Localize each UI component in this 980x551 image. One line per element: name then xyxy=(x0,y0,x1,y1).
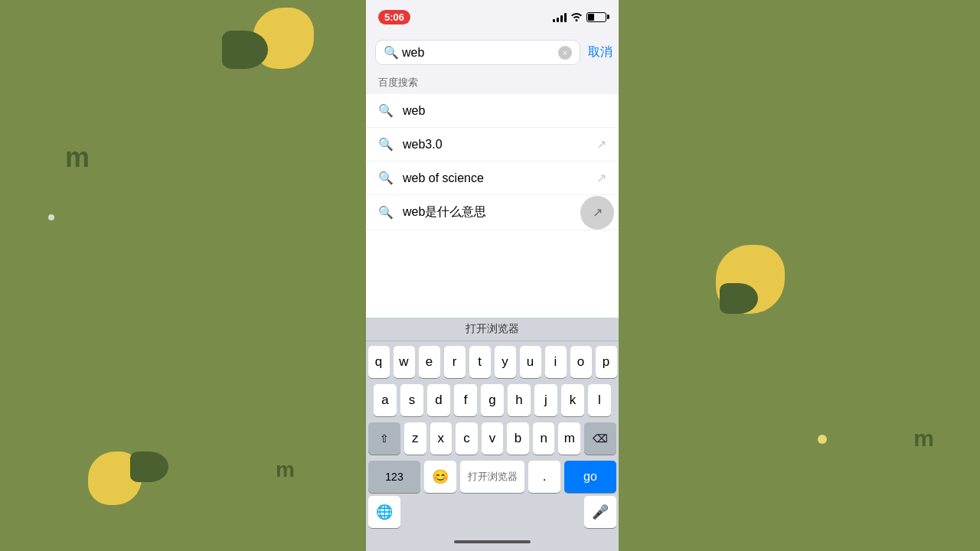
battery-fill xyxy=(588,14,594,21)
key-shift[interactable]: ⇧ xyxy=(368,422,400,455)
key-a[interactable]: a xyxy=(374,384,397,416)
key-space[interactable]: 打开浏览器 xyxy=(460,461,524,493)
suggestion-item-3[interactable]: 🔍 web of science ↗ xyxy=(366,161,619,195)
deco-dot3 xyxy=(818,435,827,444)
key-o[interactable]: o xyxy=(570,346,592,378)
suggestion-arrow-icon-3: ↗ xyxy=(596,171,606,185)
spacer xyxy=(404,496,580,528)
suggestion-item-4[interactable]: 🔍 web是什么意思 ↗ xyxy=(366,195,619,230)
deco-letter-m3: m xyxy=(276,458,295,482)
suggestion-search-icon-3: 🔍 xyxy=(378,171,394,185)
cancel-button[interactable]: 取消 xyxy=(588,44,612,60)
deco-leaf1 xyxy=(222,31,268,69)
suggestion-text-1: web xyxy=(403,104,606,118)
key-k[interactable]: k xyxy=(561,384,584,416)
suggestion-text-2: web3.0 xyxy=(403,138,587,152)
suggestion-search-icon-4: 🔍 xyxy=(378,205,394,220)
suggestion-item-2[interactable]: 🔍 web3.0 ↗ xyxy=(366,128,619,161)
home-indicator xyxy=(454,540,531,543)
key-go[interactable]: go xyxy=(564,461,616,493)
signal-bar-1 xyxy=(553,19,555,22)
key-f[interactable]: f xyxy=(454,384,477,416)
clear-button[interactable]: × xyxy=(558,46,572,60)
key-h[interactable]: h xyxy=(508,384,531,416)
deco-letter-m1: m xyxy=(65,142,90,174)
deco-leaf3 xyxy=(130,452,168,482)
key-t[interactable]: t xyxy=(469,346,491,378)
search-input-wrap[interactable]: 🔍 × xyxy=(375,40,580,65)
battery-icon xyxy=(586,12,606,22)
key-j[interactable]: j xyxy=(534,384,557,416)
key-l[interactable]: l xyxy=(588,384,611,416)
key-d[interactable]: d xyxy=(427,384,450,416)
key-backspace[interactable]: ⌫ xyxy=(584,422,616,455)
signal-bar-3 xyxy=(560,15,563,22)
keyboard-row-1: q w e r t y u i o p xyxy=(368,346,616,378)
key-r[interactable]: r xyxy=(444,346,466,378)
keyboard-row-4: 123 😊 打开浏览器 . go xyxy=(368,461,616,493)
wifi-icon xyxy=(570,11,583,24)
deco-dot1 xyxy=(48,214,54,220)
deco-letter-m2: m xyxy=(913,425,934,452)
keyboard-area: 打开浏览器 q w e r t y u i o p a s d f xyxy=(366,318,619,551)
key-q[interactable]: q xyxy=(368,346,390,378)
suggestion-arrow-icon-2: ↗ xyxy=(596,137,606,152)
keyboard-row-2: a s d f g h j k l xyxy=(368,384,616,416)
status-bar: 5:06 xyxy=(366,0,619,34)
key-s[interactable]: s xyxy=(400,384,423,416)
suggestion-search-icon-2: 🔍 xyxy=(378,137,394,152)
key-c[interactable]: c xyxy=(456,422,478,455)
key-n[interactable]: n xyxy=(533,422,555,455)
key-g[interactable]: g xyxy=(481,384,504,416)
key-numbers[interactable]: 123 xyxy=(368,461,420,493)
key-emoji[interactable]: 😊 xyxy=(424,461,456,493)
keyboard-rows: q w e r t y u i o p a s d f g h j k xyxy=(366,341,619,496)
search-input[interactable] xyxy=(402,46,555,60)
key-u[interactable]: u xyxy=(520,346,541,378)
key-w[interactable]: w xyxy=(394,346,415,378)
circle-overlay: ↗ xyxy=(580,196,614,230)
suggestion-item-1[interactable]: 🔍 web xyxy=(366,94,619,128)
suggestions-container: 百度搜索 🔍 web 🔍 web3.0 ↗ 🔍 web of science ↗… xyxy=(366,71,619,318)
suggestions-header: 百度搜索 xyxy=(366,71,619,94)
signal-icon xyxy=(553,11,567,22)
bottom-bar xyxy=(366,533,619,551)
keyboard-suggestion-bar: 打开浏览器 xyxy=(366,318,619,341)
key-globe[interactable]: 🌐 xyxy=(368,496,400,528)
status-icons xyxy=(553,11,606,24)
keyboard-suggestion-text: 打开浏览器 xyxy=(466,322,519,334)
key-z[interactable]: z xyxy=(404,422,426,455)
key-mic[interactable]: 🎤 xyxy=(584,496,616,528)
key-period[interactable]: . xyxy=(528,461,560,493)
phone-container: 5:06 🔍 × 取消 百度搜索 🔍 xyxy=(366,0,619,551)
key-y[interactable]: y xyxy=(495,346,516,378)
suggestion-text-4: web是什么意思 xyxy=(403,204,606,220)
suggestion-text-3: web of science xyxy=(403,171,587,185)
key-i[interactable]: i xyxy=(545,346,567,378)
deco-leaf2 xyxy=(720,283,758,314)
keyboard-bottom-row: 🌐 🎤 xyxy=(366,496,619,533)
keyboard-row-3: ⇧ z x c v b n m ⌫ xyxy=(368,422,616,455)
key-v[interactable]: v xyxy=(482,422,504,455)
circle-arrow-icon: ↗ xyxy=(593,205,603,220)
search-bar-container: 🔍 × 取消 xyxy=(366,34,619,71)
signal-bar-4 xyxy=(564,13,567,22)
status-time: 5:06 xyxy=(378,10,410,24)
signal-bar-2 xyxy=(557,18,559,22)
key-x[interactable]: x xyxy=(430,422,452,455)
key-b[interactable]: b xyxy=(507,422,529,455)
search-magnify-icon: 🔍 xyxy=(384,45,399,60)
key-p[interactable]: p xyxy=(596,346,617,378)
key-m[interactable]: m xyxy=(558,422,580,455)
suggestion-search-icon-1: 🔍 xyxy=(378,103,394,118)
key-e[interactable]: e xyxy=(419,346,440,378)
